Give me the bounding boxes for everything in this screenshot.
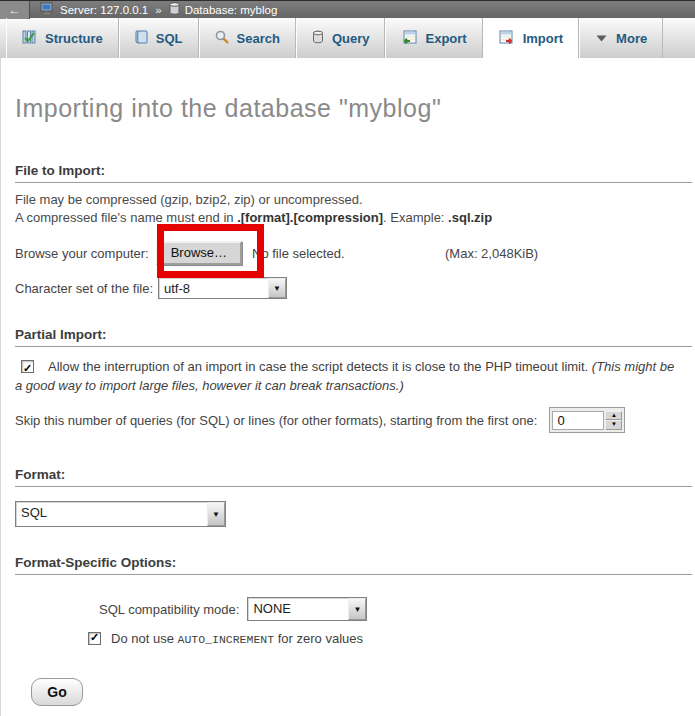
database-icon <box>169 2 180 17</box>
structure-icon <box>22 30 37 47</box>
tab-search[interactable]: Search <box>199 18 296 58</box>
auto-increment-row: Do not use AUTO_INCREMENT for zero value… <box>88 631 695 646</box>
auto-increment-label-prefix: Do not use <box>111 631 178 646</box>
allow-interruption-label: Allow the interruption of an import in c… <box>48 359 592 374</box>
allow-interruption-checkbox[interactable] <box>21 360 34 373</box>
tab-more[interactable]: More <box>579 18 663 58</box>
breadcrumb-server[interactable]: Server: 127.0.0.1 <box>60 4 148 16</box>
tab-label: Query <box>332 31 370 46</box>
tab-label: Search <box>237 31 280 46</box>
tab-label: Export <box>425 31 466 46</box>
breadcrumb-bar: ← Server: 127.0.0.1 » Database: myblog <box>0 0 695 18</box>
allow-interruption-row: Allow the interruption of an import in c… <box>15 357 677 395</box>
auto-increment-code: AUTO_INCREMENT <box>178 633 275 646</box>
tab-import[interactable]: Import <box>483 18 579 58</box>
server-icon <box>40 2 55 17</box>
sql-compatibility-select[interactable]: NONE ▼ <box>247 597 367 621</box>
format-selected-value: SQL <box>16 502 207 526</box>
skip-queries-label: Skip this number of queries (for SQL) or… <box>15 413 537 428</box>
partial-import-heading: Partial Import: <box>15 327 692 347</box>
tab-structure[interactable]: Structure <box>6 18 119 58</box>
tab-label: Import <box>523 31 563 46</box>
browse-label: Browse your computer: <box>15 246 149 261</box>
sql-compatibility-row: SQL compatibility mode: NONE ▼ <box>99 597 695 621</box>
format-select[interactable]: SQL ▼ <box>15 501 226 527</box>
tab-label: SQL <box>156 31 183 46</box>
breadcrumb-database[interactable]: Database: myblog <box>185 4 278 16</box>
file-to-import-heading: File to Import: <box>15 163 692 183</box>
go-button[interactable]: Go <box>31 678 83 706</box>
breadcrumb: Server: 127.0.0.1 » Database: myblog <box>40 2 277 17</box>
skip-queries-row: Skip this number of queries (for SQL) or… <box>15 407 695 433</box>
charset-selected-value: utf-8 <box>159 278 268 298</box>
tab-label: More <box>616 31 647 46</box>
charset-select[interactable]: utf-8 ▼ <box>158 277 287 299</box>
auto-increment-checkbox[interactable] <box>88 632 101 645</box>
chevron-down-icon <box>595 31 608 46</box>
dropdown-arrow-icon[interactable]: ▼ <box>348 598 366 620</box>
sql-compatibility-label: SQL compatibility mode: <box>99 602 239 617</box>
main-content: Importing into the database "myblog" Fil… <box>0 58 695 716</box>
back-arrow-icon: ← <box>9 3 21 17</box>
max-size-note: (Max: 2,048KiB) <box>445 246 538 261</box>
skip-queries-spinner: 0 ▲ ▼ <box>549 407 625 433</box>
charset-row: Character set of the file: utf-8 ▼ <box>15 277 695 299</box>
dropdown-arrow-icon[interactable]: ▼ <box>268 278 286 298</box>
browse-button[interactable]: Browse… <box>156 241 242 265</box>
back-button[interactable]: ← <box>0 1 30 19</box>
query-icon <box>312 30 324 47</box>
charset-label: Character set of the file: <box>15 281 153 296</box>
file-upload-row: Browse your computer: Browse… No file se… <box>15 241 695 265</box>
sql-icon <box>135 30 148 47</box>
breadcrumb-separator: » <box>155 4 161 16</box>
skip-queries-input[interactable]: 0 <box>552 411 604 430</box>
sql-compatibility-selected-value: NONE <box>248 598 348 620</box>
import-icon <box>499 30 515 47</box>
tab-label: Structure <box>45 31 103 46</box>
spinner-up-icon[interactable]: ▲ <box>605 411 622 421</box>
dropdown-arrow-icon[interactable]: ▼ <box>207 502 225 526</box>
tab-export[interactable]: Export <box>385 18 482 58</box>
format-heading: Format: <box>15 467 692 487</box>
format-specific-options-heading: Format-Specific Options: <box>15 555 692 575</box>
compression-help-text: File may be compressed (gzip, bzip2, zip… <box>15 191 695 227</box>
tab-sql[interactable]: SQL <box>119 18 199 58</box>
search-icon <box>215 30 229 47</box>
spinner-down-icon[interactable]: ▼ <box>605 420 622 430</box>
tab-query[interactable]: Query <box>296 18 386 58</box>
no-file-selected-text: No file selected. <box>252 246 345 261</box>
auto-increment-label-suffix: for zero values <box>274 631 363 646</box>
page-title: Importing into the database "myblog" <box>15 58 695 123</box>
tab-bar: Structure SQL Search Query Export Import <box>0 18 695 58</box>
export-icon <box>401 30 417 47</box>
